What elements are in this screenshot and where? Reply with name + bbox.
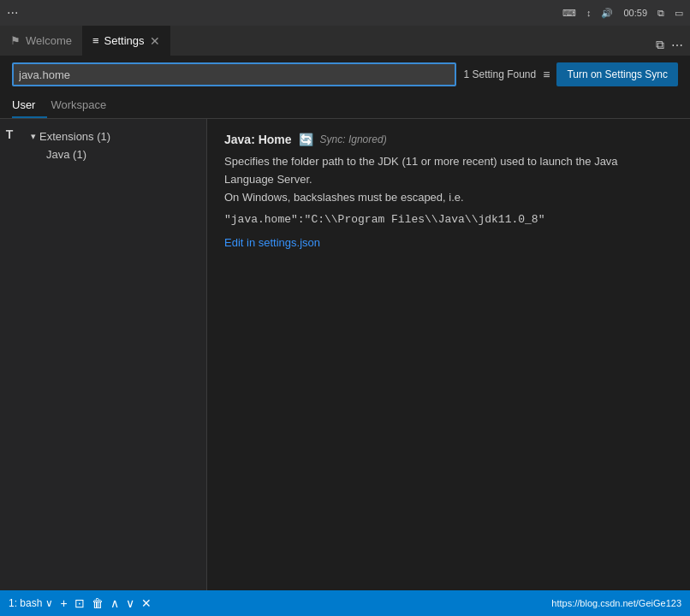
sync-ignored-icon: 🔄	[299, 133, 313, 146]
chevron-down-icon[interactable]: ∨	[126, 596, 134, 610]
url-bar: https://blog.csdn.net/GeiGe123	[551, 598, 681, 608]
terminal-chevron-icon: ∨	[45, 597, 53, 609]
outer-wrapper: T ▾ Extensions (1) Java (1) Ja	[0, 119, 690, 590]
menu-dots-icon[interactable]: ···	[7, 5, 18, 21]
tab-nav: User Workspace	[0, 93, 690, 119]
settings-tab-label: Settings	[104, 34, 145, 47]
side-letter-t: T	[6, 127, 14, 141]
terminal-area: 1: bash ∨ + ⊡ 🗑 ∧ ∨ ✕	[9, 596, 551, 610]
setting-description: Specifies the folder path to the JDK (11…	[224, 153, 673, 206]
tree-child-java-label: Java (1)	[46, 148, 86, 161]
setting-desc-line1: Specifies the folder path to the JDK (11…	[224, 155, 618, 168]
terminal-label: 1: bash	[9, 597, 42, 609]
chevron-up-icon[interactable]: ∧	[110, 596, 119, 610]
filter-icon[interactable]: ≡	[543, 68, 550, 81]
welcome-tab-label: Welcome	[26, 34, 72, 47]
tab-welcome[interactable]: ⚑ Welcome	[0, 26, 82, 56]
chevron-down-icon: ▾	[31, 131, 36, 142]
settings-tree: ▾ Extensions (1) Java (1)	[19, 119, 207, 590]
title-bar-left: ···	[7, 5, 18, 21]
add-terminal-icon[interactable]: +	[60, 596, 67, 610]
sync-ignored-text: Sync: Ignored)	[320, 133, 387, 145]
edit-settings-json-link[interactable]: Edit in settings.json	[224, 236, 320, 249]
search-result-count: 1 Setting Found	[463, 68, 536, 80]
settings-tab-icon: ≡	[92, 34, 99, 47]
tree-child-java[interactable]: Java (1)	[19, 145, 206, 163]
welcome-tab-icon: ⚑	[10, 34, 21, 47]
search-box[interactable]	[12, 62, 456, 86]
side-bar-letter: T	[0, 119, 19, 590]
split-editor-icon[interactable]: ⧉	[656, 38, 664, 52]
sync-ignored-badge: Sync: Ignored)	[320, 133, 387, 145]
main-content: ▾ Extensions (1) Java (1) Java: Home 🔄 S…	[19, 119, 690, 590]
tab-bar: ⚑ Welcome ≡ Settings ✕ ⧉ ⋯	[0, 26, 690, 56]
setting-detail: Java: Home 🔄 Sync: Ignored) Specifies th…	[207, 119, 690, 590]
tab-nav-user[interactable]: User	[12, 93, 47, 118]
settings-area: 1 Setting Found ≡ Turn on Settings Sync …	[0, 56, 690, 590]
terminal-action-icons: + ⊡ 🗑 ∧ ∨ ✕	[60, 596, 151, 610]
title-bar-right: ⌨ ↕ 🔊 00:59 ⧉ ▭	[562, 8, 683, 19]
audio-icon[interactable]: 🔊	[601, 8, 613, 19]
split-terminal-icon[interactable]: ⊡	[74, 596, 85, 610]
setting-desc-line2: Language Server.	[224, 173, 312, 186]
search-row: 1 Setting Found ≡ Turn on Settings Sync	[0, 56, 690, 93]
close-terminal-icon[interactable]: ✕	[141, 596, 152, 610]
minimize-icon[interactable]: ▭	[675, 8, 683, 19]
system-icons: ⌨ ↕ 🔊 00:59 ⧉ ▭	[562, 8, 683, 19]
layout-icon[interactable]: ↕	[586, 8, 592, 18]
setting-title: Java: Home	[224, 133, 292, 146]
tab-settings[interactable]: ≡ Settings ✕	[82, 26, 170, 56]
delete-terminal-icon[interactable]: 🗑	[92, 596, 104, 610]
url-text: https://blog.csdn.net/GeiGe123	[551, 598, 681, 608]
tree-group-extensions[interactable]: ▾ Extensions (1)	[19, 127, 206, 145]
more-actions-icon[interactable]: ⋯	[671, 38, 683, 52]
clock: 00:59	[623, 8, 647, 18]
tab-nav-workspace[interactable]: Workspace	[51, 93, 118, 118]
setting-title-row: Java: Home 🔄 Sync: Ignored)	[224, 133, 673, 146]
tab-right-icons: ⧉ ⋯	[656, 38, 690, 56]
setting-desc-line3: On Windows, backslashes must be escaped,…	[224, 191, 464, 204]
settings-tab-close[interactable]: ✕	[150, 35, 160, 47]
tree-extensions-section: ▾ Extensions (1) Java (1)	[19, 126, 206, 165]
keyboard-icon[interactable]: ⌨	[562, 8, 576, 19]
restore-icon[interactable]: ⧉	[657, 8, 664, 19]
bottom-bar: 1: bash ∨ + ⊡ 🗑 ∧ ∨ ✕ https://blog.csdn.…	[0, 590, 690, 616]
terminal-dropdown[interactable]: 1: bash ∨	[9, 597, 53, 609]
title-bar: ··· ⌨ ↕ 🔊 00:59 ⧉ ▭	[0, 0, 690, 26]
tree-group-extensions-label: Extensions (1)	[39, 130, 110, 143]
setting-code-example: "java.home":"C:\\Program Files\\Java\\jd…	[224, 213, 673, 226]
search-input[interactable]	[19, 68, 449, 81]
sync-button[interactable]: Turn on Settings Sync	[556, 62, 678, 86]
